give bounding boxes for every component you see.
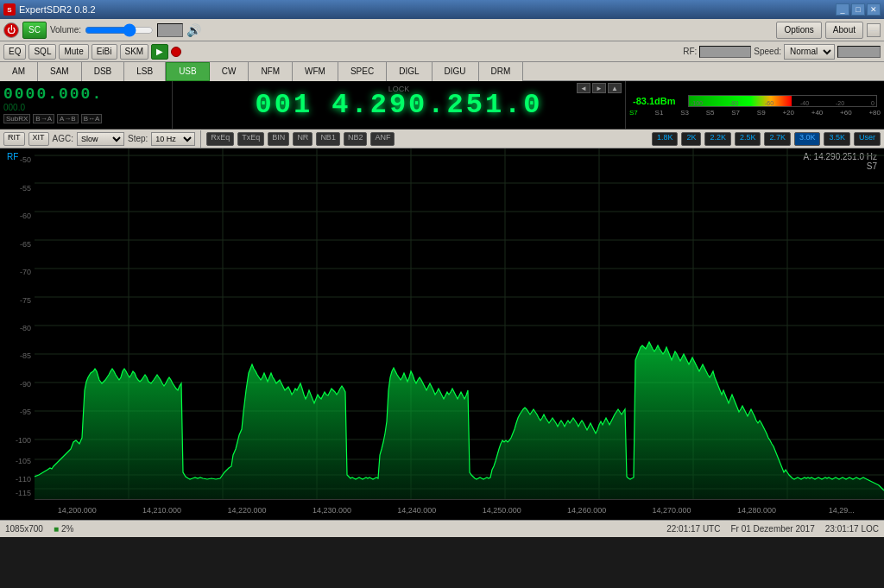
s-scale-s9: S9 [757,109,766,117]
s-scale-s3: S3 [680,109,689,117]
db-tick-65: -65 [0,240,35,249]
nr-button[interactable]: NR [293,132,313,146]
mode-tab-digu[interactable]: DIGU [433,62,479,81]
db-tick-95: -95 [0,408,35,416]
mode-tab-cw[interactable]: CW [210,62,249,81]
bw-3000-button[interactable]: 3.0K [794,132,821,146]
freq-tick-14290: 14,29... [799,506,884,515]
db-tick-60: -60 [0,212,35,220]
xit-button[interactable]: XIT [28,132,49,146]
date-value: Fr 01 Dezember 2017 [730,524,814,534]
s-scale-p60: +60 [840,109,852,117]
titlebar: S ExpertSDR2 0.8.2 _ □ ✕ [0,0,884,19]
mode-tab-spec[interactable]: SPEC [338,62,387,81]
db-scale: -50 -55 -60 -65 -70 -75 -80 -85 -90 -95 … [0,149,35,499]
agc-label: AGC: [53,134,73,143]
mode-tab-am[interactable]: AM [0,62,38,81]
s-scale-p40: +40 [811,109,824,117]
db-tick-50: -50 [0,155,35,164]
db-tick-110: -110 [0,475,35,484]
about-button[interactable]: About [825,22,863,39]
mode-tab-wfm[interactable]: WFM [293,62,338,81]
bw-user-button[interactable]: User [854,132,881,146]
status-time-loc: 23:01:17 LOC [825,524,879,534]
smeter-panel: -83.1dBm -100 -80 -60 -40 -20 0 S7 S1 S3… [625,81,884,129]
spectrum-display[interactable]: RF A: 14.290.251.0 Hz S7 -50 -55 -60 -65… [0,149,884,520]
mute-button[interactable]: Mute [59,44,88,60]
sub-freq-sub: 000.0 [3,103,168,112]
s-scale-s7: S7 [731,109,740,117]
sql-button[interactable]: SQL [28,44,56,60]
smeter-bottom-scale: S7 S1 S3 S5 S7 S9 +20 +40 +60 +80 [626,109,884,117]
a-to-b-btn[interactable]: A→B [57,114,79,123]
speaker-icon: 🔊 [186,23,201,37]
bin-button[interactable]: BIN [268,132,289,146]
speed-dropdown[interactable]: Fast Normal Slow [784,44,835,60]
step-label: Step: [128,134,148,143]
mode-tab-dsb[interactable]: DSB [82,62,125,81]
minimize-button[interactable]: _ [836,3,849,16]
options-button[interactable]: Options [776,22,821,39]
freq-tick-14220: 14,220.000 [205,506,289,515]
bw-2700-button[interactable]: 2.7K [764,132,791,146]
bw-2000-button[interactable]: 2K [681,132,701,146]
skm-button[interactable]: SKM [120,44,149,60]
freq-axis: 14,200.000 14,210.000 14,220.000 14,230.… [35,499,884,520]
maximize-button[interactable]: □ [851,3,865,16]
bw-1800-button[interactable]: 1.8K [652,132,679,146]
mode-tab-nfm[interactable]: NFM [249,62,293,81]
sub-frequency-display: 0000.000. 000.0 SubRX B→A A→B B↔A [0,81,173,129]
subrx-btn[interactable]: SubRX [3,114,30,123]
freq-tick-14280: 14,280.000 [714,506,799,515]
s-scale-p80: +80 [868,109,881,117]
db-tick-85: -85 [0,351,35,360]
mode-tab-drm[interactable]: DRM [479,62,524,81]
play-button[interactable]: ▶ [151,44,168,60]
lock-label: LOCK [388,85,410,93]
speed-slider[interactable] [837,46,881,58]
db-tick-55: -55 [0,184,35,193]
mode-tab-sam[interactable]: SAM [38,62,82,81]
eibi-button[interactable]: EiBi [92,44,117,60]
rit-button[interactable]: RIT [3,132,25,146]
nb2-button[interactable]: NB2 [344,132,368,146]
bw-3500-button[interactable]: 3.5K [824,132,850,146]
freq-left-btn[interactable]: ◄ [577,83,590,93]
rf-slider[interactable] [699,46,751,58]
freq-tick-14240: 14,240.000 [375,506,459,515]
cpu-icon: ■ [54,524,59,534]
b-to-a-btn[interactable]: B→A [33,114,54,123]
agc-dropdown[interactable]: Fast Slow Medium Off [77,132,124,146]
mode-tab-digl[interactable]: DIGL [387,62,432,81]
record-indicator [171,47,181,57]
freq-right-btn[interactable]: ► [592,83,606,93]
bw-2500-button[interactable]: 2.5K [735,132,761,146]
control-bar: RIT XIT AGC: Fast Slow Medium Off Step: … [0,130,884,149]
resolution-value: 1085x700 [5,524,43,534]
txeq-button[interactable]: TxEq [237,132,264,146]
step-dropdown[interactable]: 1 Hz 10 Hz 100 Hz [151,132,195,146]
freq-up-btn[interactable]: ▲ [608,83,622,93]
rf-label: RF: [683,47,697,56]
mode-tab-lsb[interactable]: LSB [124,62,166,81]
anf-button[interactable]: ANF [370,132,395,146]
status-time-utc: 22:01:17 UTC [666,524,720,534]
sc-button[interactable]: SC [22,22,47,39]
panel-minimize-button[interactable]: — [867,23,881,37]
app-icon: S [3,3,16,16]
volume-slider[interactable] [85,23,154,37]
b-to-a-swap-btn[interactable]: B↔A [81,114,103,123]
rxeq-button[interactable]: RxEq [206,132,234,146]
freq-tick-14230: 14,230.000 [289,506,374,515]
power-button[interactable]: ⏻ [3,22,19,38]
smeter-top: -83.1dBm -100 -80 -60 -40 -20 0 [626,93,884,109]
freq-tick-14210: 14,210.000 [119,506,204,515]
nb1-button[interactable]: NB1 [316,132,340,146]
mode-tab-usb[interactable]: USB [166,62,210,81]
eq-button[interactable]: EQ [3,44,26,60]
toolbar2: EQ SQL Mute EiBi SKM ▶ RF: Speed: Fast N… [0,41,884,62]
bw-2200-button[interactable]: 2.2K [704,132,731,146]
close-button[interactable]: ✕ [867,3,881,16]
time-loc-value: 23:01:17 LOC [825,524,879,534]
db-tick-105: -105 [0,457,35,465]
